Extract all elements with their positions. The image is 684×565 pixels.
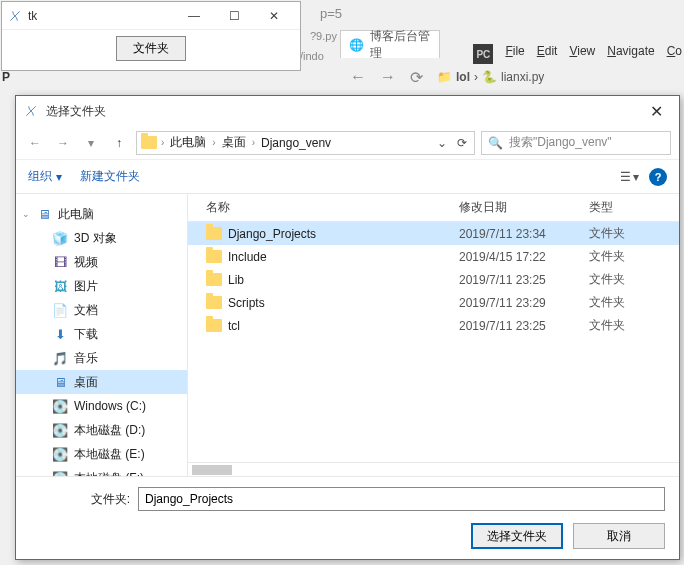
dialog-titlebar[interactable]: 选择文件夹 ✕ [16, 96, 679, 126]
folder-icon [206, 227, 222, 240]
nav-back-icon[interactable]: ← [24, 132, 46, 154]
folder-icon [206, 250, 222, 263]
menu-navigate[interactable]: Navigate [607, 44, 654, 64]
music-icon: 🎵 [52, 350, 68, 366]
bg-side-letter: P [2, 70, 10, 84]
breadcrumb-pc[interactable]: 此电脑 [166, 134, 210, 151]
file-type: 文件夹 [589, 248, 679, 265]
folder-icon [141, 136, 157, 149]
cancel-button[interactable]: 取消 [573, 523, 665, 549]
file-date: 2019/7/11 23:29 [459, 296, 589, 310]
chevron-right-icon: › [161, 137, 164, 148]
nav-item[interactable]: 🧊3D 对象 [16, 226, 187, 250]
dialog-title-text: 选择文件夹 [46, 103, 642, 120]
back-icon[interactable]: ← [350, 68, 366, 86]
search-placeholder: 搜索"Django_venv" [509, 134, 612, 151]
navigation-pane[interactable]: ⌄🖥此电脑🧊3D 对象🎞视频🖼图片📄文档⬇下载🎵音乐🖥桌面💽Windows (C… [16, 194, 188, 476]
minimize-icon[interactable]: — [174, 2, 214, 30]
close-icon[interactable]: ✕ [254, 2, 294, 30]
drive-icon: 💽 [52, 446, 68, 462]
help-icon[interactable]: ? [649, 168, 667, 186]
pycharm-icon: PC [473, 44, 493, 64]
file-dialog: 选择文件夹 ✕ ← → ▾ ↑ › 此电脑 › 桌面 › Django_venv… [15, 95, 680, 560]
file-date: 2019/7/11 23:34 [459, 227, 589, 241]
nav-item[interactable]: 📄文档 [16, 298, 187, 322]
img-icon: 🖼 [52, 278, 68, 294]
address-dropdown-icon[interactable]: ⌄ [432, 136, 452, 150]
folder-name-input[interactable] [138, 487, 665, 511]
chevron-down-icon: ▾ [56, 170, 62, 184]
browser-tab[interactable]: 🌐 博客后台管理 [340, 30, 440, 58]
ide-menu-bar[interactable]: PC File Edit View Navigate Co [473, 44, 682, 64]
file-row[interactable]: Scripts2019/7/11 23:29文件夹 [188, 291, 679, 314]
file-type: 文件夹 [589, 294, 679, 311]
nav-item[interactable]: 🖥桌面 [16, 370, 187, 394]
bg-text: p=5 [320, 6, 342, 21]
nav-item-label: 本地磁盘 (D:) [74, 422, 145, 439]
drive-icon: 💽 [52, 398, 68, 414]
tk-window: tk — ☐ ✕ 文件夹 [1, 1, 301, 71]
nav-item[interactable]: 💽本地磁盘 (D:) [16, 418, 187, 442]
nav-item[interactable]: ⌄🖥此电脑 [16, 202, 187, 226]
globe-icon: 🌐 [349, 38, 364, 52]
menu-view[interactable]: View [569, 44, 595, 64]
nav-up-icon[interactable]: ↑ [108, 132, 130, 154]
nav-item[interactable]: 🎞视频 [16, 250, 187, 274]
menu-file[interactable]: File [505, 44, 524, 64]
file-row[interactable]: tcl2019/7/11 23:25文件夹 [188, 314, 679, 337]
nav-item-label: 此电脑 [58, 206, 94, 223]
search-input[interactable]: 🔍 搜索"Django_venv" [481, 131, 671, 155]
desktop-icon: 🖥 [52, 374, 68, 390]
tk-folder-button[interactable]: 文件夹 [116, 36, 186, 61]
address-refresh-icon[interactable]: ⟳ [452, 136, 472, 150]
column-name[interactable]: 名称 [206, 199, 459, 216]
reload-icon[interactable]: ⟳ [410, 68, 423, 87]
horizontal-scrollbar[interactable] [188, 462, 679, 476]
maximize-icon[interactable]: ☐ [214, 2, 254, 30]
dialog-feather-icon [24, 104, 38, 118]
nav-item[interactable]: 💽Windows (C:) [16, 394, 187, 418]
bg-file-tab: ?9.py [310, 30, 337, 42]
video-icon: 🎞 [52, 254, 68, 270]
chevron-right-icon: › [212, 137, 215, 148]
chevron-down-icon: ▾ [633, 170, 639, 184]
file-list-header[interactable]: 名称 修改日期 类型 [188, 194, 679, 222]
folder-name-label: 文件夹: [30, 491, 130, 508]
select-folder-button[interactable]: 选择文件夹 [471, 523, 563, 549]
folder-icon [206, 273, 222, 286]
tk-titlebar[interactable]: tk — ☐ ✕ [2, 2, 300, 30]
nav-item[interactable]: 🖼图片 [16, 274, 187, 298]
breadcrumb-folder[interactable]: Django_venv [257, 136, 335, 150]
nav-item[interactable]: ⬇下载 [16, 322, 187, 346]
nav-item-label: 桌面 [74, 374, 98, 391]
search-icon: 🔍 [488, 136, 503, 150]
nav-item[interactable]: 💽本地磁盘 (E:) [16, 442, 187, 466]
new-folder-button[interactable]: 新建文件夹 [80, 168, 140, 185]
nav-item[interactable]: 🎵音乐 [16, 346, 187, 370]
organize-menu[interactable]: 组织 ▾ [28, 168, 62, 185]
dialog-bottom: 文件夹: 选择文件夹 取消 [16, 476, 679, 559]
nav-item-label: 视频 [74, 254, 98, 271]
file-type: 文件夹 [589, 225, 679, 242]
breadcrumb-desktop[interactable]: 桌面 [218, 134, 250, 151]
address-bar[interactable]: › 此电脑 › 桌面 › Django_venv ⌄ ⟳ [136, 131, 475, 155]
file-row[interactable]: Django_Projects2019/7/11 23:34文件夹 [188, 222, 679, 245]
folder-icon [206, 319, 222, 332]
nav-item[interactable]: 💽本地磁盘 (F:) [16, 466, 187, 476]
python-file-icon: 🐍 [482, 70, 497, 84]
pc-icon: 🖥 [36, 206, 52, 222]
forward-icon[interactable]: → [380, 68, 396, 86]
file-list[interactable]: Django_Projects2019/7/11 23:34文件夹Include… [188, 222, 679, 462]
menu-edit[interactable]: Edit [537, 44, 558, 64]
dialog-close-icon[interactable]: ✕ [642, 102, 671, 121]
nav-forward-icon[interactable]: → [52, 132, 74, 154]
menu-more[interactable]: Co [667, 44, 682, 64]
column-date[interactable]: 修改日期 [459, 199, 589, 216]
ide-breadcrumb[interactable]: 📁 lol › 🐍 lianxi.py [437, 70, 544, 84]
file-row[interactable]: Lib2019/7/11 23:25文件夹 [188, 268, 679, 291]
nav-recent-icon[interactable]: ▾ [80, 132, 102, 154]
column-type[interactable]: 类型 [589, 199, 679, 216]
file-list-pane: 名称 修改日期 类型 Django_Projects2019/7/11 23:3… [188, 194, 679, 476]
file-row[interactable]: Include2019/4/15 17:22文件夹 [188, 245, 679, 268]
view-mode-button[interactable]: ☰ ▾ [620, 170, 639, 184]
